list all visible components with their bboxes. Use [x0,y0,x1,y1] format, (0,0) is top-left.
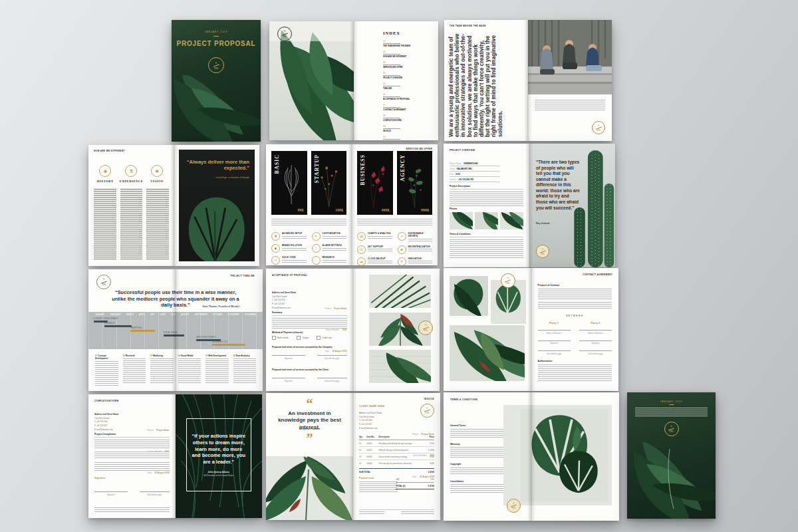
index-item[interactable]: 09INVOICE [383,125,432,132]
plan-card-basic[interactable]: BASIC 99$ [271,151,307,215]
index-item[interactable]: 03SERVICES WE OFFER [383,61,432,68]
quote-box: “If your actions inspire others to dream… [186,418,252,491]
cover-date: JANUARY 2019 [172,31,261,33]
index-item[interactable]: 10TERMS & CONDITIONS [383,136,432,140]
plan-card-agency[interactable]: AGENCY 999$ [397,151,433,215]
checkbox-icon[interactable] [297,336,301,340]
plant-thumb[interactable] [475,212,498,229]
completion-quote-page: “If your actions inspire others to dream… [176,394,263,518]
index-item[interactable]: 08COMPLETION FORM [383,114,432,122]
date-line[interactable]: Date dd-mm-yyyy [140,491,170,496]
service-item[interactable]: ✎CUSTOMIZATION [312,232,347,241]
signature-line[interactable]: Signature [94,491,128,496]
date-line[interactable]: Date dd-mm-yyyy [317,378,347,382]
red-orchid-photo [357,151,393,215]
checkbox-icon[interactable] [317,336,321,340]
back-cover: JANUARY 2019 SNK [627,392,716,519]
signature-line[interactable]: Signature [579,340,612,345]
gantt-bar[interactable]: RESEARCH [104,325,132,327]
signature-label: Signature [94,477,106,479]
table-row[interactable]: 0100004 Print design for promotional mat… [359,460,434,466]
terms-section: Warranty [450,443,519,458]
index-item[interactable]: 04PROJECT OVERVIEW [383,72,432,79]
rubber-plant-photo [266,456,353,520]
cover-page: JANUARY 2019 PROJECT PROPOSAL SNK [172,20,261,142]
plan-card-startup[interactable]: STARTUP 199$ [311,151,347,215]
signature-line[interactable]: Signature [272,378,305,382]
client-name: CLIENT NAME HERE [359,405,384,408]
total-row: TOTAL (€)2,975€ [396,483,434,489]
experience-text [120,189,143,259]
page-header: ACCEPTANCE OF PROPOSAL [272,274,307,277]
team-paragraph [535,100,605,110]
date-line[interactable]: Date dd-mm-yyyy [579,350,612,355]
service-item[interactable]: ▤CHARTS & ANALYSIS [357,232,392,242]
service-item[interactable]: ☁CLOUD BACKUP [357,257,392,266]
plan-cards: BASIC 99$ STARTUP 199$ [271,151,346,215]
service-item[interactable]: ‹›SOLID CODE [271,256,307,265]
signature-line[interactable]: Signature [272,355,305,360]
index-item[interactable]: 02HOW ARE WE DIFFERENT [383,51,432,58]
terms-photo-page [531,392,619,521]
date-line[interactable]: Date dd-mm-yyyy [317,355,347,360]
field-row[interactable]: Year2019 [450,172,499,177]
parties-row: Party 1 Name of Business Signature Date … [538,321,612,355]
snk-logo: SNK [420,404,434,418]
index-item[interactable]: 06ACCEPTANCE OF PROPOSAL [383,93,432,100]
payment-section: Method of Payment (choose) Bank transfer… [272,331,347,340]
plan-desc [307,219,346,227]
invoice-quote-page: “ An investment in knowledge pays the be… [266,393,353,520]
phase: 06 Data Analytics [233,354,257,386]
phase-columns: 01 Concept Development 02 Research 03 Ma… [95,354,256,386]
service-item[interactable]: ↗SUSTAINABLE GROWTH [398,232,433,242]
plant-thumb[interactable] [450,212,473,229]
service-item[interactable]: ○RESEARCH [312,256,347,265]
snk-logo: SNK [277,27,292,41]
pillar-history: ❀ HISTORY [94,165,117,183]
gantt-months: JANUARYFEBRUARYMARCH APRILMAYJUNE JULYAU… [88,312,263,316]
date-line[interactable]: Date dd-mm-yyyy [538,350,571,355]
table-row[interactable]: 0100001 Branding and identity design pac… [359,440,434,447]
plant-icon: ❀ [99,165,111,177]
service-item[interactable]: ◈DECENTRALIZATION [398,245,433,254]
flask-icon: ⚗ [125,165,137,177]
page-header: SERVICES WE OFFER [406,148,432,150]
field-row[interactable]: Project NameGREENHOUSE [450,161,499,166]
summary-section: Summary [272,311,347,330]
phase: 03 Marketing [150,354,174,386]
service-item[interactable]: ✦INNOVATION [398,257,433,266]
payment-option[interactable]: Bank transfer [272,336,289,340]
service-item[interactable]: ◔ALARM SETTINGS [312,244,347,253]
table-row[interactable]: 0100003 Social media marketing strategy4… [359,454,434,460]
invoice-spread: “ An investment in knowledge pays the be… [266,393,440,520]
plan-card-business[interactable]: BUSINESS 499$ [357,151,393,215]
name-line[interactable]: Name of Business [538,330,571,334]
gantt-bar[interactable]: DATA ANALYTICS [212,344,245,346]
service-item[interactable]: ☏24/7 SUPPORT [357,245,392,254]
payment-option[interactable]: Credit card [317,336,331,340]
service-item[interactable]: ✱ADVANCED SETUP [271,232,307,241]
gantt-bar[interactable]: MARKETING [130,330,155,332]
plant-thumb[interactable] [500,212,523,229]
phase: 01 Concept Development [95,354,118,386]
growth-icon: ↗ [398,232,406,241]
name-line[interactable]: Name of Business [579,330,612,334]
service-item[interactable]: ◆BRAND SOLUTION [271,244,307,253]
completion-form-page: COMPLETION FORM Address and Street Name … [88,394,176,518]
client-accept-section: Proposal and terms of services accepted … [272,368,347,382]
checkbox-icon[interactable] [272,336,276,340]
snk-logo: SNK [208,57,224,73]
signature-line[interactable]: Signature [538,340,571,345]
table-row[interactable]: 0200002 Website design and development1,… [359,447,434,454]
address-block: Address and Street Name City, Rock Islan… [272,291,297,310]
index-item[interactable]: 05TIMELINE [383,82,432,90]
field-row[interactable]: Contact+00 123 456 789 [450,177,499,182]
party-2-column: Party 2 Name of Business Signature Date … [579,321,612,355]
index-item[interactable]: 01THE TEAM BEHIND THE MASK [383,40,432,47]
description-section: Project Description [450,185,523,206]
payment-option[interactable]: Cheque [297,336,309,340]
field-row[interactable]: ClientSALABURY SRL [450,166,499,172]
snk-logo: SNK [592,121,605,134]
index-item[interactable]: 07CONTRACT AGREEMENT [383,104,432,111]
gantt-bar[interactable]: SOCIAL MEDIA [164,334,184,336]
